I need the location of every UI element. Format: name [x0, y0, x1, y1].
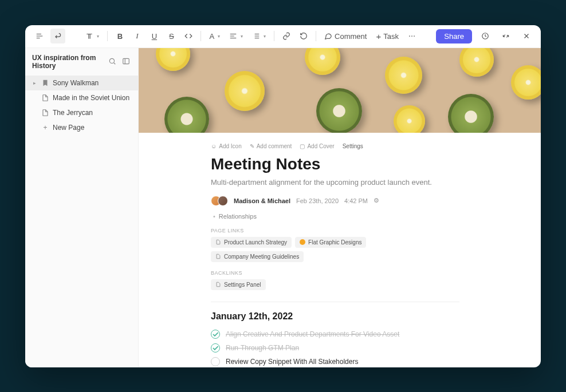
add-icon-button[interactable]: ☺ Add Icon [211, 143, 242, 149]
more-icon[interactable] [404, 29, 419, 43]
relationships-row[interactable]: •Relationships [211, 213, 459, 220]
comment-button[interactable]: Comment [321, 30, 370, 43]
settings-icon[interactable]: ⚙ [374, 197, 379, 204]
cover-image [139, 48, 541, 133]
text-style-dropdown[interactable]: ▾ [82, 30, 103, 42]
page-icon [41, 94, 49, 102]
add-cover-button[interactable]: ▢ Add Cover [300, 143, 334, 149]
collapse-icon[interactable] [498, 29, 513, 43]
task-checkbox[interactable] [211, 330, 220, 339]
page-settings-button[interactable]: Settings [343, 143, 363, 149]
page-title[interactable]: Meeting Notes [211, 155, 459, 173]
svg-point-0 [409, 35, 410, 37]
task-checkbox[interactable] [211, 343, 220, 353]
sidebar-header: UX inspiration from History [25, 48, 138, 76]
main-content: ☺ Add Icon ✎ Add comment ▢ Add Cover Set… [139, 48, 541, 367]
svg-point-1 [411, 35, 412, 37]
new-page-button[interactable]: + New Page [25, 120, 138, 135]
svg-rect-5 [123, 58, 129, 64]
reset-icon[interactable] [296, 29, 311, 43]
page-icon [215, 239, 221, 245]
divider [211, 302, 459, 302]
share-button[interactable]: Share [436, 29, 472, 43]
avatar [218, 196, 228, 206]
page-time: 4:42 PM [344, 197, 368, 204]
backlink-chip[interactable]: Settings Panel [211, 279, 266, 290]
search-icon[interactable] [108, 57, 117, 66]
page-link-chip[interactable]: Flat Graphic Designs [295, 237, 366, 248]
task-checkbox[interactable] [211, 357, 220, 366]
bookmark-icon [41, 79, 49, 87]
chip-label: Company Meeting Guidelines [224, 254, 299, 260]
app-window: ▾ B I U S A▾ ▾ ▾ Comment +Task Share [25, 25, 541, 367]
bold-button[interactable]: B [112, 29, 127, 43]
page-links-label: PAGE LINKS [211, 228, 459, 233]
underline-button[interactable]: U [147, 29, 162, 43]
task-item[interactable]: Review Copy Snippet With All Stakeholder… [211, 357, 459, 366]
chip-label: Flat Graphic Designs [308, 239, 361, 246]
sidebar-item-label: Made in the Soviet Union [53, 94, 129, 102]
page-meta-row: ☺ Add Icon ✎ Add comment ▢ Add Cover Set… [211, 143, 459, 149]
author-names: Madison & Michael [234, 197, 290, 204]
task-item[interactable]: Run-Through GTM Plan [211, 343, 459, 353]
backlinks-label: BACKLINKS [211, 270, 459, 276]
svg-point-4 [109, 58, 114, 63]
sidebar-item-label: The Jerrycan [53, 109, 93, 117]
chip-label: Product Launch Strategy [224, 239, 287, 246]
plus-icon: + [41, 124, 49, 132]
task-button[interactable]: +Task [372, 29, 402, 43]
menu-icon[interactable] [32, 29, 47, 43]
sidebar-item[interactable]: The Jerrycan [25, 105, 138, 120]
toolbar: ▾ B I U S A▾ ▾ ▾ Comment +Task Share [25, 25, 541, 48]
chip-label: Settings Panel [224, 282, 261, 288]
text-color-dropdown[interactable]: A▾ [206, 30, 223, 43]
page-icon [41, 109, 49, 117]
new-page-label: New Page [53, 124, 84, 132]
page-link-chip[interactable]: Product Launch Strategy [211, 237, 292, 248]
close-icon[interactable] [519, 29, 534, 43]
sidebar-item[interactable]: ▸Sony Walkman [25, 76, 138, 90]
task-text: Run-Through GTM Plan [226, 344, 299, 352]
page-subtitle[interactable]: Multi-department alignment for the upcom… [211, 178, 459, 187]
task-item[interactable]: Align Creative And Product Departments F… [211, 330, 459, 339]
sidebar-item[interactable]: Made in the Soviet Union [25, 90, 138, 105]
task-text: Align Creative And Product Departments F… [226, 330, 399, 338]
page-icon [215, 282, 221, 287]
page-link-chip[interactable]: Company Meeting Guidelines [211, 251, 304, 262]
align-dropdown[interactable]: ▾ [226, 30, 246, 42]
back-icon[interactable] [50, 29, 65, 43]
task-text: Review Copy Snippet With All Stakeholder… [226, 358, 358, 366]
sidebar-title: UX inspiration from History [32, 54, 104, 70]
history-icon[interactable] [478, 29, 493, 43]
italic-button[interactable]: I [129, 29, 144, 43]
page-icon [215, 254, 221, 259]
page-date: Feb 23th, 2020 [296, 197, 339, 204]
author-avatars [211, 196, 228, 206]
link-button[interactable] [279, 29, 294, 43]
sidebar-item-label: Sony Walkman [53, 79, 99, 87]
sidebar-toggle-icon[interactable] [122, 57, 131, 66]
list-dropdown[interactable]: ▾ [249, 30, 269, 42]
sidebar: UX inspiration from History ▸Sony Walkma… [25, 48, 139, 367]
svg-point-2 [414, 35, 415, 37]
code-button[interactable] [181, 29, 196, 43]
date-heading[interactable]: January 12th, 2022 [211, 311, 459, 322]
author-row: Madison & Michael Feb 23th, 2020 4:42 PM… [211, 196, 459, 206]
strikethrough-button[interactable]: S [164, 29, 179, 43]
add-comment-button[interactable]: ✎ Add comment [250, 143, 292, 149]
